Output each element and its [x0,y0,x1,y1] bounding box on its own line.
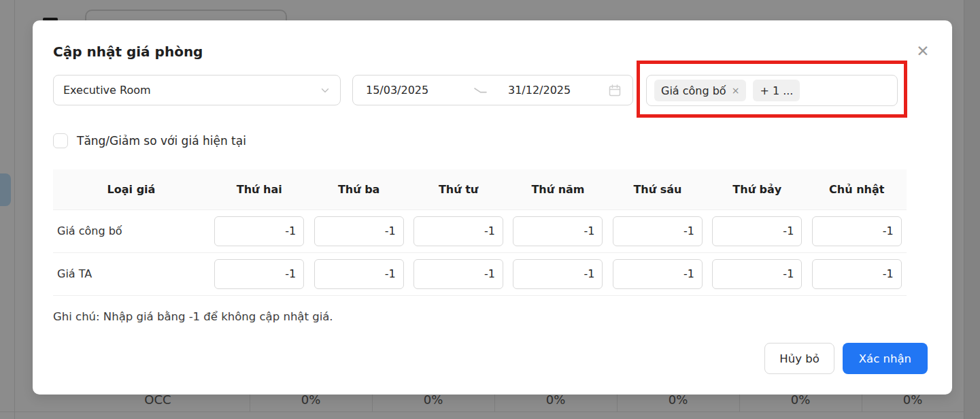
start-date-input[interactable] [366,84,471,97]
swap-right-arrow-icon [471,86,489,95]
header-monday: Thứ hai [209,169,309,210]
checkbox-label: Tăng/Giảm so với giá hiện tại [77,134,246,148]
price-input[interactable] [214,216,304,246]
header-wednesday: Thứ tư [409,169,508,210]
relative-price-option[interactable]: Tăng/Giảm so với giá hiện tại [53,133,246,148]
cancel-button[interactable]: Hủy bỏ [764,343,834,374]
table-row: Giá công bố [53,210,907,252]
room-type-value: Executive Room [63,84,320,97]
row-label: Giá công bố [53,210,209,252]
price-input[interactable] [613,259,703,289]
price-table: Loại giá Thứ hai Thứ ba Thứ tư Thứ năm T… [53,169,907,296]
update-room-price-modal: Cập nhật giá phòng ✕ Executive Room G [33,20,952,395]
price-input[interactable] [413,216,503,246]
close-icon[interactable]: ✕ [911,39,934,63]
price-input[interactable] [613,216,703,246]
price-input[interactable] [812,259,902,289]
header-friday: Thứ sáu [608,169,707,210]
price-type-multiselect[interactable]: Giá công bố × + 1 ... [646,75,898,106]
header-thursday: Thứ năm [508,169,607,210]
header-tuesday: Thứ ba [309,169,408,210]
price-input[interactable] [314,216,404,246]
price-input[interactable] [214,259,304,289]
note-text: Ghi chú: Nhập giá bằng -1 để không cập n… [53,310,333,323]
price-input[interactable] [712,259,802,289]
end-date-input[interactable] [508,84,596,97]
price-input[interactable] [712,216,802,246]
table-row: Giá TA [53,252,907,295]
header-saturday: Thứ bảy [707,169,807,210]
chevron-down-icon [320,85,331,96]
remove-tag-icon[interactable]: × [732,86,740,95]
price-input[interactable] [314,259,404,289]
room-type-select[interactable]: Executive Room [53,75,341,105]
price-input[interactable] [812,216,902,246]
modal-title: Cập nhật giá phòng [53,44,203,60]
header-sunday: Chủ nhật [807,169,907,210]
more-tags-badge[interactable]: + 1 ... [753,80,800,101]
price-input[interactable] [413,259,503,289]
calendar-icon [608,84,622,97]
table-header-row: Loại giá Thứ hai Thứ ba Thứ tư Thứ năm T… [53,169,907,210]
relative-price-checkbox[interactable] [53,133,68,148]
date-range-picker[interactable] [352,75,633,105]
price-input[interactable] [513,259,603,289]
tag-label: Giá công bố [661,84,726,97]
confirm-button[interactable]: Xác nhận [843,343,928,374]
price-input[interactable] [513,216,603,246]
modal-footer: Hủy bỏ Xác nhận [764,343,928,374]
header-price-type: Loại giá [53,169,209,210]
row-label: Giá TA [53,252,209,295]
selected-tag[interactable]: Giá công bố × [654,80,746,101]
